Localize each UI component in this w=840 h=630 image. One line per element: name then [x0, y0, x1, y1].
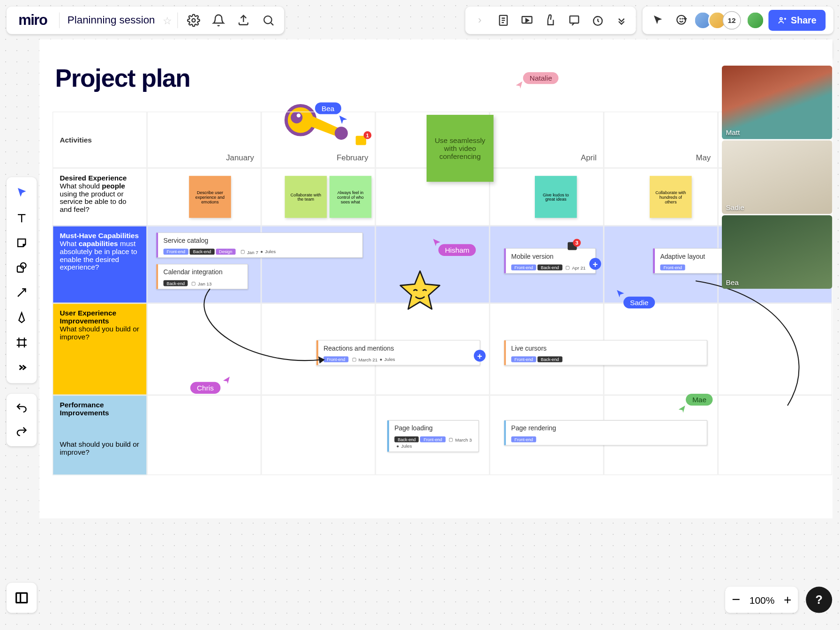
svg-point-8: [682, 18, 682, 19]
export-icon[interactable]: [232, 8, 255, 32]
bell-icon[interactable]: [207, 8, 230, 32]
help-button[interactable]: ?: [806, 587, 832, 613]
cursor-bea: Bea: [315, 102, 341, 114]
svg-rect-4: [570, 16, 579, 23]
card-reactions-mentions[interactable]: Reactions and mentions Front-end▢ March …: [316, 340, 480, 366]
card-mobile-version[interactable]: Mobile version Front-endBack-end▢ Apr 21…: [504, 248, 596, 274]
zoom-in-button[interactable]: +: [784, 592, 791, 608]
minimap-button[interactable]: [7, 583, 37, 613]
cursor-hisham: Hisham: [438, 244, 476, 256]
share-button[interactable]: Share: [769, 10, 826, 31]
more-tools[interactable]: [10, 356, 33, 379]
month-cell: January: [147, 112, 262, 168]
sticky-note[interactable]: Always feel in control of who sees what: [330, 176, 372, 218]
svg-rect-23: [16, 593, 27, 603]
frame-tool[interactable]: [10, 331, 33, 354]
tool-rail: [7, 177, 37, 383]
settings-icon[interactable]: [182, 8, 205, 32]
star-icon[interactable]: ☆: [163, 14, 177, 27]
cursor-icon[interactable]: [646, 8, 670, 32]
svg-point-6: [677, 15, 686, 24]
video-tile[interactable]: Sadie: [722, 141, 832, 214]
sticky-note-large[interactable]: Use seamlessly with video conferencing: [427, 115, 494, 182]
shape-tool[interactable]: [10, 256, 33, 279]
board-header: miro Planinning session ☆: [7, 7, 284, 34]
vote-icon[interactable]: [539, 8, 562, 32]
card-adaptive-layout[interactable]: Adaptive layout Front-end: [653, 248, 733, 274]
month-cell: May: [604, 112, 718, 168]
row-activities-head: Activities: [52, 112, 147, 168]
undo-redo: [7, 394, 37, 446]
apps-toolbar: ›: [465, 7, 636, 34]
sticky-tool[interactable]: [10, 231, 33, 255]
board-title: Project plan: [55, 64, 190, 92]
card-live-cursors[interactable]: Live cursors Front-endBack-end: [504, 340, 707, 366]
zoom-out-button[interactable]: −: [732, 591, 740, 608]
sticky-note[interactable]: Collaborate with the team: [285, 176, 327, 218]
card-service-catalog[interactable]: Service catalog Front-endBack-endDesign …: [156, 232, 363, 258]
video-tile[interactable]: Matt: [722, 66, 832, 139]
star-sticker: [397, 268, 443, 314]
cursor-chris: Chris: [190, 382, 220, 394]
arrow-tool[interactable]: [10, 281, 33, 304]
svg-point-1: [264, 16, 271, 23]
board-canvas[interactable]: Project plan Activities January February…: [39, 39, 832, 518]
cursor-natalie: Natalie: [523, 72, 559, 84]
sticky-note[interactable]: Collaborate with hundreds of others: [650, 176, 692, 218]
row-ux-head: User Experience Improvements What should…: [52, 303, 147, 395]
svg-point-9: [780, 18, 782, 20]
svg-point-7: [680, 18, 681, 19]
overflow-count[interactable]: 12: [723, 11, 741, 30]
pen-tool[interactable]: [10, 306, 33, 329]
collab-toolbar: 12 Share: [643, 7, 833, 34]
undo-button[interactable]: [10, 397, 33, 420]
redo-button[interactable]: [10, 420, 33, 443]
row-perf-head: Performance Improvements What should you…: [52, 395, 147, 475]
card-page-rendering[interactable]: Page rendering Front-end: [504, 420, 707, 446]
add-icon[interactable]: +: [474, 350, 486, 361]
card-calendar-integration[interactable]: Calendar integration Back-end▢ Jan 13: [156, 264, 248, 290]
video-grid: Matt Sadie Bea: [722, 66, 832, 289]
my-avatar[interactable]: [746, 11, 765, 30]
expand-icon[interactable]: ›: [468, 8, 491, 32]
add-icon[interactable]: +: [589, 258, 601, 270]
svg-rect-17: [17, 266, 23, 272]
zoom-level[interactable]: 100%: [750, 594, 775, 606]
notes-icon[interactable]: [492, 8, 515, 32]
board-name[interactable]: Planinning session: [60, 15, 163, 26]
zoom-controls: − 100% +: [725, 587, 798, 613]
cursor-sadie: Sadie: [623, 297, 655, 308]
search-icon[interactable]: [257, 8, 280, 32]
row-must-head: Must-Have Capabilities What capabilities…: [52, 226, 147, 303]
select-tool[interactable]: [10, 181, 33, 204]
text-tool[interactable]: [10, 206, 33, 230]
comment-icon[interactable]: [562, 8, 586, 32]
present-icon[interactable]: [515, 8, 539, 32]
notification-badge: 3: [573, 239, 581, 247]
card-page-loading[interactable]: Page loading Back-endFront-end▢ March 3●…: [387, 420, 479, 452]
sticky-note[interactable]: Describe user experience and emotions: [189, 176, 231, 218]
video-tile[interactable]: Bea: [722, 215, 832, 289]
month-cell: April: [490, 112, 604, 168]
row-experience-head: Desired Experience What should people us…: [52, 168, 147, 225]
sticky-note[interactable]: Give kudos to great ideas: [535, 176, 577, 218]
timer-icon[interactable]: [586, 8, 609, 32]
svg-point-0: [192, 19, 195, 22]
reactions-icon[interactable]: [670, 8, 694, 32]
more-apps-icon[interactable]: [610, 8, 633, 32]
collaborator-avatars[interactable]: 12: [694, 11, 741, 30]
miro-logo[interactable]: miro: [7, 12, 59, 29]
cursor-mae: Mae: [686, 394, 713, 405]
notification-badge: 1: [364, 131, 372, 139]
